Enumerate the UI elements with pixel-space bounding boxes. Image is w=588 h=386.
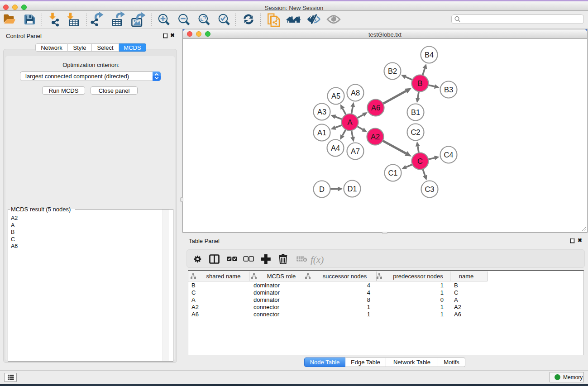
svg-text:A4: A4 <box>331 144 340 152</box>
svg-text:f(x): f(x) <box>311 254 324 265</box>
svg-text:C4: C4 <box>444 151 453 159</box>
svg-text:A7: A7 <box>351 147 360 155</box>
svg-text:B3: B3 <box>444 86 453 94</box>
svg-text:B: B <box>417 79 422 87</box>
svg-text:A2: A2 <box>371 133 380 141</box>
svg-text:B4: B4 <box>425 51 434 59</box>
svg-text:C3: C3 <box>425 185 434 193</box>
svg-text:A8: A8 <box>351 89 360 97</box>
svg-text:A3: A3 <box>317 108 326 116</box>
svg-text:B2: B2 <box>388 67 397 75</box>
svg-text:C: C <box>417 157 423 165</box>
svg-text:C2: C2 <box>411 128 420 136</box>
svg-text:A6: A6 <box>371 104 380 112</box>
svg-text:A1: A1 <box>317 129 326 137</box>
svg-text:A5: A5 <box>331 92 340 100</box>
svg-text:B1: B1 <box>411 108 420 116</box>
svg-text:D: D <box>319 185 325 193</box>
svg-text:C1: C1 <box>388 169 397 177</box>
svg-text:D1: D1 <box>347 185 357 193</box>
svg-text:A: A <box>347 118 352 126</box>
